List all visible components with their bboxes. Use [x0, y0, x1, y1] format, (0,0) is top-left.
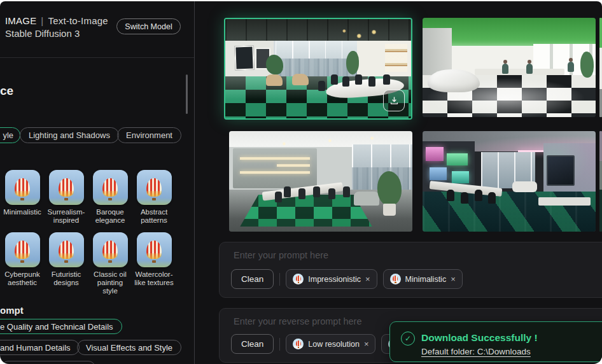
- download-image-button[interactable]: [383, 90, 405, 111]
- prompt-tag-minimalistic[interactable]: Minimalistic ×: [383, 269, 463, 289]
- prompt-category-partial[interactable]: [1, 361, 95, 364]
- generated-image-4[interactable]: [423, 131, 596, 232]
- section-heading: ce: [0, 84, 13, 98]
- panel-divider: [194, 1, 195, 364]
- style-option-label: Baroque elegance: [89, 208, 131, 225]
- download-icon: [389, 95, 400, 106]
- style-option-label: Watercolor-like textures: [133, 270, 175, 287]
- switch-model-button[interactable]: Switch Model: [116, 18, 181, 34]
- tag-label: Low resolution: [308, 340, 360, 349]
- balloon-thumbnail-icon: [49, 170, 84, 205]
- model-name: Stable Diffusion 3: [5, 28, 80, 39]
- style-option-futuristic-designs[interactable]: Futuristic designs: [45, 232, 87, 287]
- remove-tag-icon[interactable]: ×: [365, 275, 370, 283]
- balloon-thumbnail-icon: [93, 232, 128, 267]
- prompt-tag-impressionistic[interactable]: Impressionistic ×: [286, 269, 377, 289]
- style-option-abstract-patterns[interactable]: Abstract patterns: [133, 170, 175, 225]
- style-option-label: Classic oil painting style: [89, 270, 131, 295]
- partial-image-sliver: [599, 131, 602, 232]
- style-option-label: Futuristic designs: [45, 270, 87, 287]
- generated-image-1[interactable]: [224, 18, 412, 120]
- style-option-cyberpunk-aesthetic[interactable]: Cyberpunk aesthetic: [1, 232, 43, 287]
- balloon-thumbnail-icon: [137, 232, 172, 267]
- remove-tag-icon[interactable]: ×: [451, 275, 456, 283]
- header-divider: [0, 57, 194, 58]
- style-option-label: Abstract patterns: [133, 208, 175, 225]
- toast-folder-link[interactable]: Default folder: C:\Downloads: [421, 347, 531, 356]
- success-check-icon: [401, 332, 415, 346]
- reverse-tag-low-resolution[interactable]: Low resolution ×: [286, 334, 375, 354]
- prompt-section-heading: ompt: [0, 305, 24, 316]
- balloon-thumbnail-icon: [5, 170, 40, 205]
- style-option-classic-oil-painting[interactable]: Classic oil painting style: [89, 232, 131, 295]
- style-option-label: Minimalistic: [1, 208, 43, 216]
- app-window: IMAGE|Text-to-Image Stable Diffusion 3 S…: [0, 0, 602, 364]
- sidebar-scrollbar[interactable]: [186, 74, 188, 114]
- tag-label: Impressionistic: [308, 275, 361, 284]
- tab-lighting-and-shadows[interactable]: Lighting and Shadows: [20, 127, 119, 143]
- tab-environment[interactable]: Environment: [117, 127, 181, 143]
- style-option-label: Surrealism-inspired: [45, 208, 87, 225]
- balloon-badge-icon: [293, 274, 304, 284]
- toast-title: Download Successfully !: [421, 332, 538, 344]
- balloon-thumbnail-icon: [49, 232, 84, 267]
- prompt-input[interactable]: [232, 249, 502, 261]
- prompt-category-human-details[interactable]: and Human Details: [0, 340, 80, 355]
- style-option-baroque-elegance[interactable]: Baroque elegance: [89, 170, 131, 225]
- remove-tag-icon[interactable]: ×: [364, 340, 369, 348]
- balloon-thumbnail-icon: [137, 170, 172, 205]
- balloon-thumbnail-icon: [93, 170, 128, 205]
- balloon-badge-icon: [293, 339, 304, 349]
- prompt-category-quality-details[interactable]: e Quality and Technical Details: [0, 319, 122, 334]
- app-label: IMAGE: [5, 15, 36, 26]
- balloon-badge-icon: [390, 274, 401, 284]
- prompt-box[interactable]: Clean Impressionistic × Minimalistic ×: [219, 242, 602, 298]
- app-surface: IMAGE|Text-to-Image Stable Diffusion 3 S…: [0, 1, 602, 364]
- style-option-minimalistic[interactable]: Minimalistic: [1, 170, 43, 216]
- clean-reverse-prompt-button[interactable]: Clean: [231, 334, 274, 354]
- style-option-watercolor-textures[interactable]: Watercolor-like textures: [133, 232, 175, 287]
- generated-image-2[interactable]: [423, 18, 596, 117]
- style-option-label: Cyberpunk aesthetic: [1, 270, 43, 287]
- download-success-toast: Download Successfully ! Default folder: …: [389, 321, 602, 362]
- breadcrumb: IMAGE|Text-to-Image: [5, 15, 108, 26]
- partial-image-sliver: [599, 18, 602, 117]
- clean-prompt-button[interactable]: Clean: [231, 269, 274, 289]
- breadcrumb-separator: |: [41, 15, 43, 26]
- balloon-thumbnail-icon: [5, 232, 40, 267]
- tag-label: Minimalistic: [405, 275, 447, 284]
- generated-image-3[interactable]: [229, 131, 412, 232]
- tab-style[interactable]: yle: [0, 127, 20, 143]
- controls-divider: [279, 273, 280, 286]
- controls-divider: [279, 338, 280, 351]
- mode-label: Text-to-Image: [48, 15, 108, 26]
- prompt-category-visual-effects[interactable]: Visual Effects and Style: [77, 340, 181, 355]
- style-option-surrealism-inspired[interactable]: Surrealism-inspired: [45, 170, 87, 225]
